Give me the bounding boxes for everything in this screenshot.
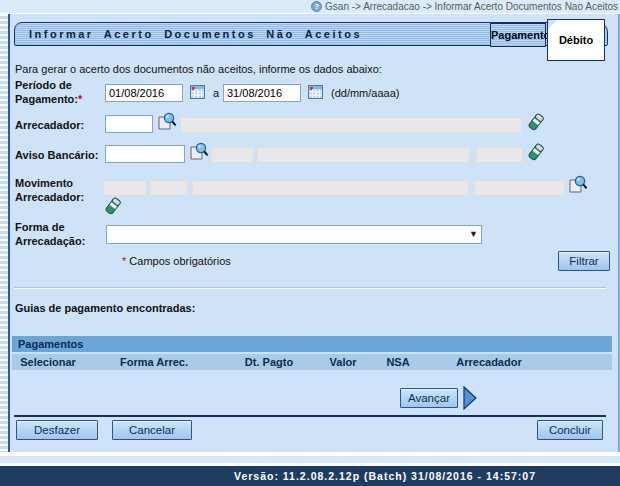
- footer-divider-line: [14, 415, 606, 417]
- gsan-window: ? Gsan -> Arrecadacao -> Informar Acerto…: [0, 0, 620, 486]
- eraser-icon[interactable]: [527, 142, 545, 162]
- forma-arrecadacao-label: Forma de Arrecadação:: [15, 220, 85, 248]
- movimento-label: Movimento Arrecadador:: [15, 176, 84, 204]
- table-title: Pagamentos: [12, 336, 612, 352]
- help-icon[interactable]: ?: [311, 1, 322, 12]
- required-note: * Campos obrigatórios: [122, 255, 231, 267]
- results-heading: Guias de pagamento encontradas:: [15, 301, 195, 315]
- periodo-label-line2: Pagamento:: [15, 93, 78, 105]
- arrecadador-name-display: [180, 117, 522, 133]
- tab-pagamento[interactable]: Pagamento: [490, 23, 546, 47]
- breadcrumb-bar: ? Gsan -> Arrecadacao -> Informar Acerto…: [0, 0, 620, 13]
- desfazer-button[interactable]: Desfazer: [16, 420, 98, 440]
- aviso-display-1: [211, 147, 254, 163]
- table-header-row: Selecionar Forma Arrec. Dt. Pagto Valor …: [12, 354, 612, 370]
- column-nsa: NSA: [372, 354, 424, 370]
- forma-label-line1: Forma de: [15, 221, 65, 233]
- required-note-asterisk: *: [122, 255, 126, 267]
- left-decorative-strip: [0, 14, 10, 452]
- main-frame: Informar Acerto Documentos Não Aceitos P…: [0, 14, 620, 452]
- aviso-bancario-input[interactable]: [105, 145, 185, 163]
- aviso-display-3: [476, 147, 523, 163]
- version-text: Versão: 11.2.08.2.12p (Batch) 31/08/2016…: [234, 470, 536, 482]
- periodo-from-input[interactable]: [105, 84, 183, 102]
- movimento-display-3: [192, 180, 469, 196]
- date-format-hint: (dd/mm/aaaa): [331, 87, 399, 99]
- concluir-button[interactable]: Concluir: [537, 420, 603, 440]
- column-selecionar: Selecionar: [12, 354, 84, 370]
- eraser-icon[interactable]: [527, 112, 545, 132]
- tab-debito-label: Débito: [559, 34, 593, 46]
- intro-text: Para gerar o acerto dos documentos não a…: [15, 63, 382, 75]
- forma-label-line2: Arrecadação:: [15, 235, 85, 247]
- filtrar-button[interactable]: Filtrar: [558, 251, 610, 271]
- version-bar: Versão: 11.2.08.2.12p (Batch) 31/08/2016…: [0, 466, 620, 486]
- eraser-icon[interactable]: [104, 196, 122, 216]
- column-valor: Valor: [314, 354, 372, 370]
- calendar-icon[interactable]: [308, 85, 323, 99]
- calendar-icon[interactable]: [190, 85, 205, 99]
- aviso-display-2: [257, 147, 470, 163]
- column-dt-pagto: Dt. Pagto: [224, 354, 314, 370]
- periodo-to-input[interactable]: [223, 84, 301, 102]
- tab-debito[interactable]: Débito: [547, 19, 605, 61]
- movimento-display-4: [474, 180, 565, 196]
- periodo-label: Período de Pagamento:*: [15, 78, 82, 106]
- periodo-separator: a: [213, 87, 219, 99]
- column-arrecadador: Arrecadador: [424, 354, 554, 370]
- chevron-down-icon: ▼: [469, 229, 478, 239]
- arrecadador-label: Arrecadador:: [15, 118, 84, 132]
- forma-arrecadacao-select[interactable]: ▼: [106, 225, 482, 244]
- arrecadador-code-input[interactable]: [105, 115, 153, 133]
- movimento-display-2: [150, 180, 188, 196]
- tab-fold-corner: [548, 20, 557, 29]
- avancar-button[interactable]: Avançar: [400, 388, 458, 408]
- content-area: Informar Acerto Documentos Não Aceitos P…: [10, 14, 620, 452]
- search-icon[interactable]: [189, 142, 209, 161]
- movimento-label-line1: Movimento: [15, 177, 73, 189]
- movimento-display-1: [103, 180, 147, 196]
- breadcrumb: Gsan -> Arrecadacao -> Informar Acerto D…: [325, 1, 618, 12]
- aviso-bancario-label: Aviso Bancário:: [15, 148, 98, 162]
- movimento-label-line2: Arrecadador:: [15, 191, 84, 203]
- required-note-text: Campos obrigatórios: [129, 255, 231, 267]
- column-forma-arrec: Forma Arrec.: [84, 354, 224, 370]
- cancelar-button[interactable]: Cancelar: [112, 420, 192, 440]
- section-divider: [14, 287, 606, 289]
- periodo-label-line1: Período de: [15, 79, 72, 91]
- advance-arrow-icon[interactable]: [462, 385, 478, 411]
- required-asterisk: *: [78, 93, 82, 105]
- search-icon[interactable]: [157, 112, 177, 131]
- search-icon[interactable]: [568, 175, 588, 194]
